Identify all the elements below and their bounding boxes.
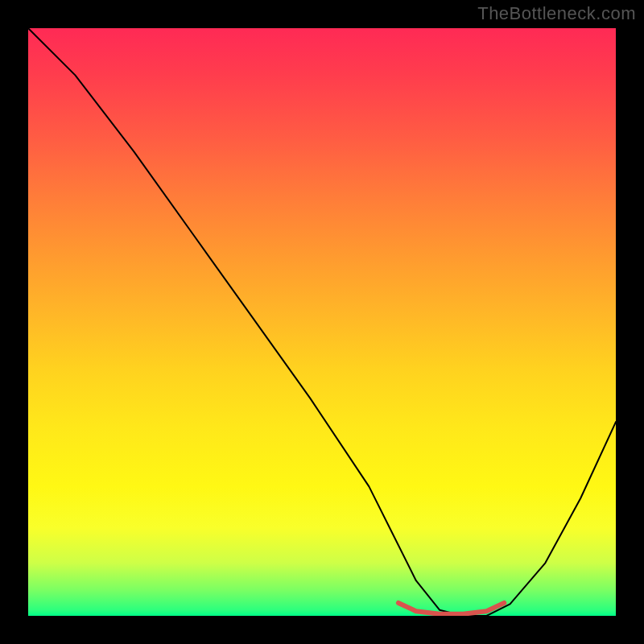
optimal-range-marker [398, 603, 504, 614]
chart-svg [28, 28, 616, 616]
plot-area [28, 28, 616, 616]
chart-container: TheBottleneck.com [0, 0, 644, 644]
bottleneck-curve [28, 28, 616, 616]
watermark-label: TheBottleneck.com [477, 3, 636, 24]
